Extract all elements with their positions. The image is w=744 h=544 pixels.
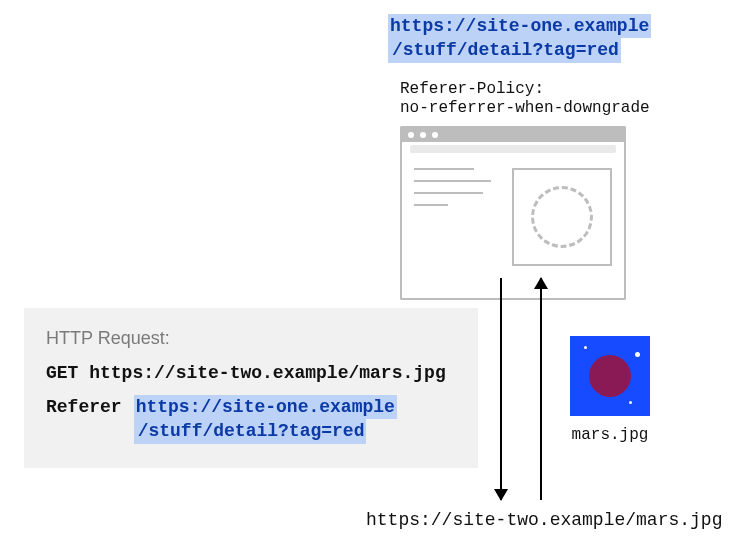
image-placeholder [512,168,612,266]
mars-filename: mars.jpg [570,426,650,444]
http-request-line: GET https://site-two.example/mars.jpg [46,363,456,383]
browser-window-icon [400,126,626,300]
policy-header: Referer-Policy: [400,80,650,99]
page-url-line1: https://site-one.example [388,14,651,38]
dashed-circle-icon [531,186,593,248]
referer-line2: /stuff/detail?tag=red [134,419,367,443]
referer-label: Referer [46,397,122,417]
http-target-url: https://site-two.example/mars.jpg [89,363,445,383]
mars-image-block: mars.jpg [570,336,650,444]
page-url-label: https://site-one.example /stuff/detail?t… [388,14,651,63]
request-arrow-down-icon [500,278,502,500]
referer-line1: https://site-one.example [134,395,397,419]
http-request-box: HTTP Request: GET https://site-two.examp… [24,308,478,468]
page-url-line2: /stuff/detail?tag=red [388,38,621,62]
http-request-title: HTTP Request: [46,328,456,349]
response-arrow-up-icon [540,278,542,500]
http-method: GET [46,363,78,383]
referer-value: https://site-one.example /stuff/detail?t… [134,395,397,444]
page-text-lines-icon [414,168,500,286]
browser-address-bar [400,142,626,156]
http-referer-line: Referer https://site-one.example /stuff/… [46,395,456,444]
referer-policy: Referer-Policy: no-referrer-when-downgra… [400,80,650,118]
browser-titlebar [400,126,626,142]
destination-url: https://site-two.example/mars.jpg [366,510,722,530]
browser-content [400,156,626,300]
policy-value: no-referrer-when-downgrade [400,99,650,118]
mars-image-icon [570,336,650,416]
